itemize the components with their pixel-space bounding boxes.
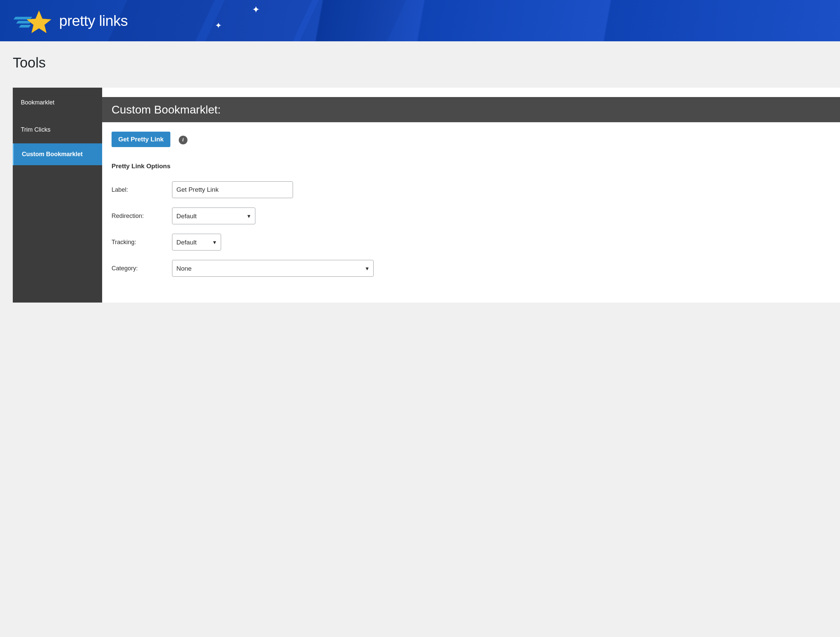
page-title: Tools <box>0 41 840 74</box>
main-panel: Custom Bookmarklet: Get Pretty Link i Pr… <box>102 88 840 303</box>
tracking-row: Tracking: Default ▼ <box>112 229 831 255</box>
redirection-label: Redirection: <box>112 213 172 219</box>
redirection-select[interactable]: Default <box>172 208 255 224</box>
sidebar-item-bookmarklet[interactable]: Bookmarklet <box>13 88 102 116</box>
panel-header: Custom Bookmarklet: <box>102 97 840 122</box>
options-form: Label: Redirection: Default ▼ Tracking: <box>112 177 831 281</box>
get-pretty-link-button[interactable]: Get Pretty Link <box>112 132 171 147</box>
category-row: Category: None ▼ <box>112 255 831 281</box>
label-row: Label: <box>112 177 831 203</box>
label-label: Label: <box>112 186 172 194</box>
redirection-row: Redirection: Default ▼ <box>112 203 831 229</box>
content-wrapper: Bookmarklet Trim Clicks Custom Bookmarkl… <box>13 88 840 303</box>
tracking-select[interactable]: Default <box>172 234 221 251</box>
category-label: Category: <box>112 265 172 272</box>
decorative-diagonal <box>299 0 406 41</box>
sidebar-item-trim-clicks[interactable]: Trim Clicks <box>13 116 102 143</box>
star-wings-icon <box>13 9 53 33</box>
sparkle-icon: ✦ <box>252 4 260 15</box>
options-heading: Pretty Link Options <box>112 162 831 170</box>
info-icon[interactable]: i <box>179 136 188 144</box>
tools-sidebar: Bookmarklet Trim Clicks Custom Bookmarkl… <box>13 88 102 303</box>
app-header-banner: ✦ ✦ pretty links <box>0 0 840 41</box>
tracking-label: Tracking: <box>112 239 172 246</box>
category-select[interactable]: None <box>172 260 374 277</box>
brand-logo: pretty links <box>13 9 128 33</box>
sparkle-icon: ✦ <box>215 21 222 30</box>
brand-text: pretty links <box>59 13 128 29</box>
sidebar-item-custom-bookmarklet[interactable]: Custom Bookmarklet <box>13 143 102 165</box>
label-input[interactable] <box>172 181 293 198</box>
